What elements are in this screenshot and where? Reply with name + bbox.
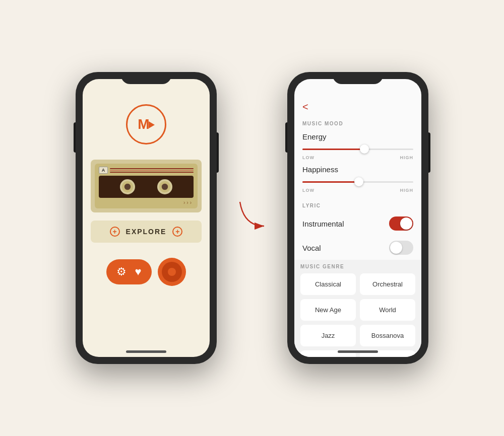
phone-main: M A bbox=[76, 72, 217, 364]
bottom-buttons: ⚙ ♥ bbox=[106, 258, 185, 286]
happiness-label: Happiness bbox=[302, 165, 413, 174]
logo-play-icon bbox=[149, 121, 155, 128]
instrumental-toggle[interactable] bbox=[389, 216, 413, 231]
explore-label: EXPLORE bbox=[126, 228, 167, 236]
vocal-label: Vocal bbox=[302, 244, 321, 252]
happiness-low-label: LOW bbox=[302, 188, 314, 193]
cassette-arrow-3: › bbox=[190, 200, 192, 205]
cassette-top: A bbox=[99, 167, 194, 174]
notch-right bbox=[333, 72, 383, 84]
tomato-button[interactable] bbox=[158, 258, 186, 286]
happiness-slider-labels: LOW HIGH bbox=[302, 187, 413, 194]
instrumental-row: Instrumental bbox=[294, 211, 421, 236]
heart-icon: ♥ bbox=[135, 265, 141, 278]
svg-point-13 bbox=[163, 185, 166, 188]
svg-point-6 bbox=[126, 185, 129, 188]
vocal-toggle[interactable] bbox=[389, 241, 413, 255]
back-arrow-icon: < bbox=[302, 101, 308, 113]
svg-point-1 bbox=[124, 184, 131, 190]
instrumental-toggle-knob bbox=[400, 217, 412, 230]
genre-chip[interactable]: World bbox=[360, 299, 415, 321]
vocal-row: Vocal bbox=[294, 236, 421, 260]
lyric-section-label: LYRIC bbox=[294, 199, 421, 211]
reel-svg-right bbox=[159, 181, 171, 193]
happiness-row: Happiness LOW HIGH bbox=[294, 162, 421, 195]
app-logo: M bbox=[126, 104, 166, 144]
phones-container: M A bbox=[76, 72, 428, 364]
energy-track bbox=[302, 149, 413, 150]
phone-settings-screen: < MUSIC MOOD Energy LOW HIGH bbox=[294, 79, 421, 357]
energy-label: Energy bbox=[302, 132, 413, 141]
reel-svg-left bbox=[121, 181, 134, 193]
phone-settings: < MUSIC MOOD Energy LOW HIGH bbox=[287, 72, 428, 364]
explore-plus-right: + bbox=[172, 227, 182, 237]
cassette-middle bbox=[99, 176, 194, 198]
cassette-line-2 bbox=[110, 170, 194, 171]
arrow-area bbox=[232, 168, 272, 268]
settings-fav-group[interactable]: ⚙ ♥ bbox=[106, 259, 151, 284]
cassette-arrow-2: › bbox=[186, 200, 188, 205]
vocal-toggle-knob bbox=[390, 242, 402, 254]
energy-high-label: HIGH bbox=[400, 155, 414, 160]
cassette-label: A bbox=[99, 167, 108, 174]
tomato-inner bbox=[162, 262, 182, 282]
main-app-screen: M A bbox=[83, 79, 210, 357]
happiness-high-label: HIGH bbox=[400, 188, 414, 193]
instrumental-label: Instrumental bbox=[302, 220, 344, 228]
gear-icon: ⚙ bbox=[116, 265, 127, 278]
energy-slider[interactable] bbox=[302, 144, 413, 154]
cassette-arrow-1: › bbox=[183, 200, 185, 205]
happiness-fill bbox=[302, 181, 358, 183]
energy-fill bbox=[302, 149, 363, 150]
energy-row: Energy LOW HIGH bbox=[294, 129, 421, 162]
genre-chip[interactable]: Bossanova bbox=[360, 325, 415, 346]
explore-button[interactable]: + EXPLORE + bbox=[91, 221, 202, 243]
notch-left bbox=[121, 72, 171, 84]
cassette-line-1 bbox=[110, 168, 194, 169]
genre-section: MUSIC GENRE ClassicalOrchestralNew AgeWo… bbox=[294, 260, 421, 357]
cassette-reel-right bbox=[157, 179, 172, 194]
settings-app-screen: < MUSIC MOOD Energy LOW HIGH bbox=[294, 79, 421, 357]
genre-section-label: MUSIC GENRE bbox=[300, 264, 415, 273]
energy-low-label: LOW bbox=[302, 155, 314, 160]
happiness-slider[interactable] bbox=[302, 177, 413, 187]
genre-chip[interactable]: Orchestral bbox=[360, 273, 415, 295]
phone-main-screen: M A bbox=[83, 79, 210, 357]
logo-letter: M bbox=[138, 117, 149, 131]
energy-thumb[interactable] bbox=[360, 144, 369, 154]
back-button[interactable]: < bbox=[294, 99, 421, 117]
explore-plus-left: + bbox=[110, 227, 120, 237]
cassette-reel-left bbox=[120, 179, 135, 194]
cassette-line-3 bbox=[110, 172, 194, 173]
home-bar-left bbox=[126, 350, 166, 353]
home-bar-right bbox=[338, 350, 378, 353]
genre-chip[interactable]: Classical bbox=[300, 273, 356, 295]
cassette-bottom: › › › bbox=[99, 200, 194, 205]
cassette-container: A bbox=[91, 160, 202, 212]
energy-slider-labels: LOW HIGH bbox=[302, 154, 413, 161]
svg-point-8 bbox=[162, 184, 168, 190]
cassette-lines bbox=[110, 168, 194, 173]
tomato-center bbox=[168, 268, 176, 276]
happiness-thumb[interactable] bbox=[354, 177, 363, 186]
music-mood-label: MUSIC MOOD bbox=[294, 117, 421, 129]
genre-chip[interactable]: Jazz bbox=[300, 325, 356, 346]
cassette: A bbox=[95, 164, 198, 208]
connecting-arrow bbox=[232, 188, 272, 248]
genre-grid: ClassicalOrchestralNew AgeWorldJazzBossa… bbox=[300, 273, 415, 357]
genre-chip[interactable]: New Age bbox=[300, 299, 356, 321]
